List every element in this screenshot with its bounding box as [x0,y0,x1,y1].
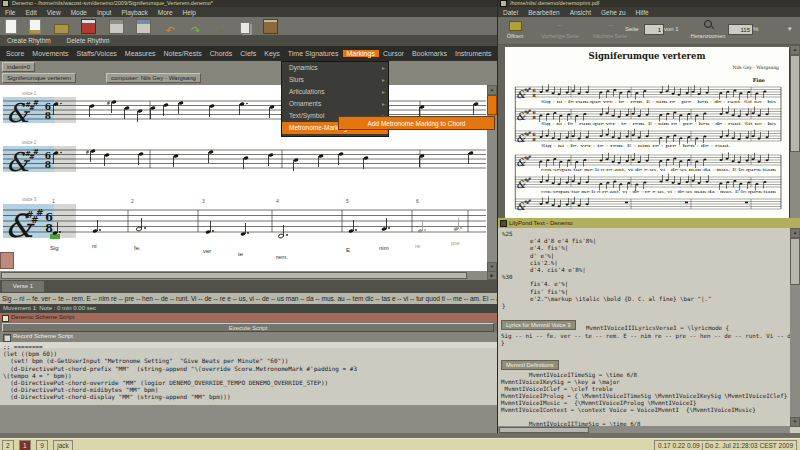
scroll-up-arrow[interactable]: ▲ [790,228,800,238]
lilypond-lyrics-body[interactable]: Sig -- ni -- fe. ver -- te -- rem. E -- … [501,333,800,347]
cmd-score[interactable]: Score [2,50,28,57]
workspace-cell[interactable]: 9 [36,440,48,450]
execute-script-button[interactable]: Execute Script [2,323,494,332]
menu-item-gehe-zu[interactable]: Gehe zu [596,9,631,16]
menu-item-edit[interactable]: Edit [20,9,41,16]
pdf-menubar: Datei Bearbeiten Ansicht Gehe zu Hilfe [498,7,800,17]
svg-text:#: # [33,99,39,107]
composer-chip[interactable]: composer: Nils Gey - Wargsang [106,73,201,83]
print-part-icon[interactable] [136,19,151,34]
scroll-down-arrow[interactable]: ▼ [790,417,800,427]
lilypond-definitions-code[interactable]: MvmntIVoiceITimeSig = \time 6/8 MvmntIVo… [501,372,787,428]
menu-item-file[interactable]: File [0,9,20,16]
menu-item-bearbeiten[interactable]: Bearbeiten [523,9,564,16]
lyrics-voice3-label[interactable]: Lyrics for MvmntI Voice 3 [501,320,576,330]
desktop: Denemo - /home/nils/wacost-svn/denemo/20… [0,0,800,450]
indent-directive-chip[interactable]: indent=0 [2,62,35,72]
cmd-time-signatures[interactable]: Time Signatures [284,50,343,57]
save-icon[interactable] [81,19,96,34]
lilypond-vscrollbar[interactable]: ▲ ▼ [790,228,800,426]
lilypond-code-notes[interactable]: %25 e'4 d'8 e'4 fis'8%| e'4. fis'%| d' e… [502,231,711,310]
verse-tab[interactable]: Verse 1 [2,281,44,292]
pdf-vscrollbar[interactable]: ▲ [790,45,800,218]
lyrics-editor[interactable]: Sig -- ni -- fe. ver -- te -- rem. E -- … [0,293,497,304]
print-icon[interactable] [109,19,124,34]
script-editor[interactable]: ;; ======== (let ((bpm 60)) (set! bpm (d… [0,342,497,405]
create-rhythm-button[interactable]: Create Rhythm [0,37,58,44]
menu-item-datei[interactable]: Datei [498,9,523,16]
svg-text:8: 8 [532,137,535,142]
lyric-syllable: ni [92,243,97,249]
score-title-chip[interactable]: Signiferumque verterem [2,73,76,83]
menu-item-hilfe[interactable]: Hilfe [631,9,654,16]
page-number-input[interactable] [644,24,664,35]
menu-item-input[interactable]: Input [92,9,116,16]
paste-icon[interactable] [263,19,278,34]
cmd-chords[interactable]: Chords [206,50,237,57]
svg-text:#: # [86,149,89,155]
voice-label: voice 2 [22,140,36,145]
new-icon[interactable] [5,19,17,34]
lilypond-titlebar[interactable]: LilyPond Text - Denemo [498,218,800,228]
lyric-syllable: E [346,247,350,253]
cmd-markings[interactable]: Markings [343,50,379,57]
menu-item-playback[interactable]: Playback [116,9,152,16]
delete-rhythm-button[interactable]: Delete Rhythm [60,37,117,44]
chevron-down-icon[interactable]: ▾ [788,25,792,33]
scroll-thumb[interactable] [790,238,800,285]
lilypond-lyrics-head: MvmntIVoiceIIILyricsVerseI = \lyricmode … [586,325,729,331]
scroll-thumb[interactable] [487,95,497,115]
menu-item-help[interactable]: Help [178,9,201,16]
cmd-clefs[interactable]: Clefs [236,50,260,57]
folder-icon[interactable] [54,24,69,34]
scroll-up-arrow[interactable]: ▲ [487,85,497,95]
score-vscrollbar[interactable]: ▲ ▼ [487,85,497,271]
cmd-staffs-voices[interactable]: Staffs/Voices [72,50,120,57]
copy-icon[interactable] [240,22,250,34]
open-button[interactable]: Öffnen [501,20,529,42]
mvmnt-definitions-label[interactable]: MvmntI Definitions [501,360,559,370]
menu-item-articulations[interactable]: Articulations▸ [282,86,388,98]
record-checkbox[interactable] [3,334,11,342]
scroll-thumb[interactable] [499,427,589,433]
menu-item-slurs[interactable]: Slurs▸ [282,74,388,86]
menu-item-add-metronome-marking[interactable]: Add Metronome Marking to Chord [338,116,495,130]
cmd-measures[interactable]: Measures [121,50,160,57]
cmd-cursor[interactable]: Cursor [379,50,408,57]
menu-item-more[interactable]: More [153,9,178,16]
workspace-cell-active[interactable]: 1 [19,440,31,450]
previous-page-button[interactable]: ← Vorherige Seite [536,20,584,42]
menu-item-ornaments[interactable]: Ornaments▸ [282,98,388,110]
score-hscrollbar[interactable]: ▶ [0,271,497,280]
zoom-level-input[interactable] [728,24,753,35]
pdf-titlebar[interactable]: /home/nils/.denemo/denemoprint.pdf [498,0,800,7]
taskbar-item-jack[interactable]: jack [53,440,73,450]
scheme-panel-titlebar[interactable]: Denemo Scheme Script [0,313,497,322]
svg-text:#: # [107,100,110,106]
cmd-keys[interactable]: Keys [260,50,284,57]
measure-number: 6 [416,198,419,204]
workspace-cell[interactable]: 2 [2,440,14,450]
menu-item-mode[interactable]: Mode [66,9,92,16]
score-area[interactable]: & & & ### ### ### 6 8 6 8 6 8 [0,85,497,280]
scroll-thumb[interactable] [790,55,800,152]
cmd-notes-rests[interactable]: Notes/Rests [160,50,206,57]
lilypond-content[interactable]: %25 e'4 d'8 e'4 fis'8%| e'4. fis'%| d' e… [498,228,800,433]
denemo-titlebar[interactable]: Denemo - /home/nils/wacost-svn/denemo/20… [0,0,497,7]
scroll-up-arrow[interactable]: ▲ [790,45,800,55]
scroll-thumb[interactable] [1,272,467,279]
lilypond-hscrollbar[interactable] [498,426,790,433]
voice-label: voice 3 [22,197,36,202]
menu-item-dynamics[interactable]: Dynamics▸ [282,62,388,74]
cmd-movements[interactable]: Movements [28,50,72,57]
cmd-bookmarks[interactable]: Bookmarks [408,50,451,57]
scroll-right-arrow[interactable]: ▶ [487,271,497,280]
zoom-in-button[interactable]: Heranzoomen [690,19,726,42]
cmd-instruments[interactable]: Instruments [451,50,496,57]
menu-item-ansicht[interactable]: Ansicht [565,9,596,16]
open-file-icon[interactable] [29,19,41,34]
lilypond-window: LilyPond Text - Denemo %25 e'4 d'8 e'4 f… [497,218,800,433]
menu-item-view[interactable]: View [42,9,66,16]
pdf-viewer-window: /home/nils/.denemo/denemoprint.pdf Datei… [497,0,800,218]
left-arrow-icon: ← [556,20,564,29]
